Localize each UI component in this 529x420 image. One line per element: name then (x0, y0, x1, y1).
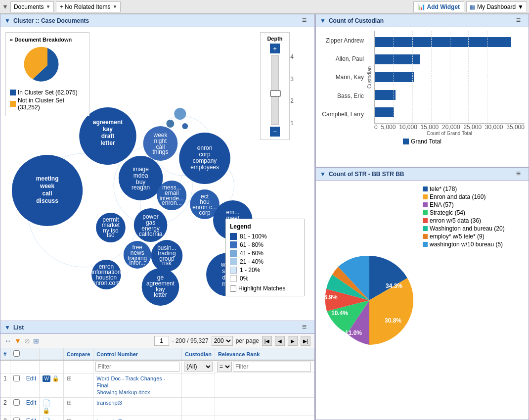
no-related-items-dropdown[interactable]: + No Related Items ▼ (56, 1, 121, 12)
cluster-toggle-icon[interactable]: ▼ (4, 17, 10, 24)
row-2-num: 2 (0, 397, 10, 416)
dashboard-arrow: ▼ (518, 3, 524, 10)
str-legend-enron-data: Enron and data (160) (423, 193, 505, 200)
x-tick-25000: 25,000 (463, 124, 482, 131)
legend-label-21: 21 - 40% (240, 258, 264, 265)
str-legend-employ: employ* w/5 tele* (9) (423, 233, 505, 240)
documents-dropdown[interactable]: Documents ▼ (10, 1, 54, 12)
row-2-control-link[interactable]: transcript3 (96, 400, 122, 406)
row-3-edit-link[interactable]: Edit (26, 418, 37, 420)
depth-tick-4: 4 (290, 53, 294, 60)
cluster-panel: ▼ Cluster :: Case Documents ≡ « Document… (0, 14, 315, 321)
highlight-matches-label: Highlight Matches (238, 285, 285, 292)
first-page-button[interactable]: |◀ (262, 336, 272, 346)
expand-icon[interactable]: ↔ (4, 337, 11, 345)
legend-color-41 (230, 250, 237, 257)
row-1-num: 1 (0, 373, 10, 397)
svg-text:corp: corp (199, 209, 211, 216)
row-2-compare-icon[interactable]: ⊞ (67, 399, 72, 406)
select-all-checkbox[interactable] (13, 350, 20, 357)
filter-action-icon[interactable]: ⊘ (24, 337, 30, 345)
str-legend-wash-bureau: washington w/10 bureau (5) (423, 241, 505, 248)
row-3-checkbox[interactable] (13, 418, 20, 420)
legend-color-1 (230, 267, 237, 274)
row-1-rank (215, 373, 314, 397)
filter-icon2 (40, 360, 63, 373)
list-menu-icon[interactable]: ≡ (298, 321, 310, 334)
str-legend-washington: Washington and bureau (20) (423, 225, 505, 232)
str-legend-dot-employ (423, 234, 428, 239)
add-widget-button[interactable]: 📊 Add Widget (413, 1, 465, 12)
grid-line-1 (394, 31, 394, 123)
depth-thumb[interactable] (270, 90, 281, 97)
custodian-menu-icon[interactable]: ≡ (512, 14, 525, 27)
filter-icon[interactable]: ▼ (14, 337, 21, 345)
row-3-compare-icon[interactable]: ⊞ (67, 418, 72, 420)
my-dashboard-dropdown[interactable]: ▦ My Dashboard ▼ (466, 1, 527, 12)
control-filter-input[interactable] (95, 362, 179, 372)
highlight-matches-checkbox[interactable] (230, 285, 236, 292)
x-tick-35000: 35,000 (506, 124, 525, 131)
row-3-num: 3 (0, 416, 10, 420)
svg-text:kay: kay (103, 126, 113, 133)
page-input[interactable] (154, 336, 169, 346)
chart-legend-box (403, 139, 409, 144)
depth-ticks: 4 3 2 1 (290, 53, 294, 127)
col-icon2 (40, 348, 63, 360)
documents-label: Documents (14, 3, 44, 10)
col-rank: Relevance Rank (215, 348, 314, 360)
last-page-button[interactable]: ▶| (301, 336, 310, 346)
next-page-button[interactable]: ▶ (288, 336, 298, 346)
cluster-panel-title: Cluster :: Case Documents (13, 17, 89, 24)
row-3-edit: Edit (23, 416, 40, 420)
grid-line-6 (487, 31, 487, 123)
depth-plus-button[interactable]: + (270, 44, 280, 53)
svg-text:image: image (132, 166, 149, 173)
svg-text:34.3%: 34.3% (386, 282, 402, 289)
bar-zipper (375, 37, 511, 47)
bar-allen (375, 54, 420, 64)
row-3-control: transcript2 (93, 416, 182, 420)
row-1-checkbox[interactable] (13, 375, 20, 381)
grid-line-4 (450, 31, 450, 123)
custodian-filter-select[interactable]: (All) (184, 362, 213, 372)
row-2-checkbox[interactable] (13, 399, 20, 406)
str-legend-label-tele: tele* (178) (430, 186, 457, 192)
depth-track[interactable] (271, 55, 279, 125)
rank-filter-input[interactable] (233, 362, 311, 372)
grid-line-2 (412, 31, 413, 123)
list-toggle-icon[interactable]: ▼ (4, 324, 10, 331)
not-in-cluster-color (10, 101, 16, 107)
custodian-panel-header: ▼ Count of Custodian ≡ (316, 14, 529, 27)
x-axis: 0 5,000 10,000 15,000 20,000 25,000 30,0… (374, 124, 525, 131)
svg-text:things: things (153, 148, 169, 155)
per-page-select[interactable]: 200 (212, 336, 233, 346)
grid-icon[interactable]: ⊞ (33, 337, 39, 345)
row-1-control-link[interactable]: Word Doc - Track Changes - FinalShowing … (96, 375, 165, 395)
depth-minus-button[interactable]: − (270, 127, 280, 137)
rank-operator-select[interactable]: = (217, 362, 232, 372)
row-3-control-link[interactable]: transcript2 (96, 418, 122, 420)
str-toggle-icon[interactable]: ▼ (320, 171, 326, 178)
custodian-panel: ▼ Count of Custodian ≡ Zipper Andrew All… (315, 14, 529, 167)
prev-page-button[interactable]: ◀ (275, 336, 285, 346)
add-widget-label: Add Widget (427, 3, 460, 10)
filter-custodian: (All) (182, 360, 215, 373)
row-3-doc-type-icon: 📄 (43, 418, 51, 420)
str-legend-strategic: Strategic (54) (423, 209, 505, 216)
list-panel: ▼ List ≡ ↔ ▼ ⊘ ⊞ - 200 / 95,327 200 per … (0, 321, 315, 420)
table-row: 1 Edit W 🔒 ⊞ Word Doc - Track C (0, 373, 314, 397)
str-legend-label-enron-data: Enron and data (160) (430, 193, 485, 200)
custodian-toggle-icon[interactable]: ▼ (320, 17, 326, 24)
str-legend-label-strategic: Strategic (54) (430, 209, 465, 216)
str-menu-icon[interactable]: ≡ (512, 168, 525, 181)
x-tick-30000: 30,000 (485, 124, 503, 131)
my-dashboard-label: My Dashboard (477, 3, 516, 10)
legend-color-21 (230, 258, 237, 265)
cluster-menu-icon[interactable]: ≡ (298, 14, 310, 27)
row-1-compare-icon[interactable]: ⊞ (67, 375, 72, 382)
main-content: ▼ Cluster :: Case Documents ≡ « Document… (0, 14, 529, 420)
row-1-edit-link[interactable]: Edit (26, 375, 37, 382)
row-2-edit-link[interactable]: Edit (26, 399, 37, 406)
list-scroll[interactable]: # Compare Control Number Custodian Relev… (0, 348, 314, 420)
